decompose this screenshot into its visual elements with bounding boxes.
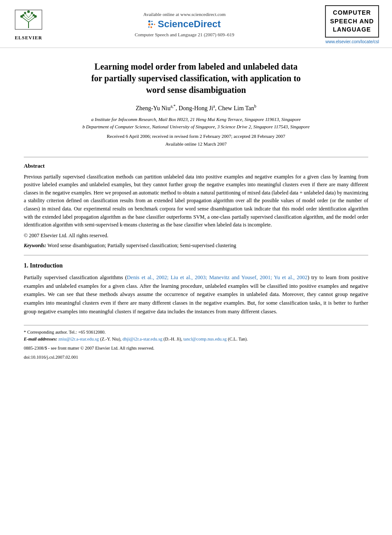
email1-name: (Z.-Y. Niu), bbox=[99, 337, 123, 341]
doi-line: doi:10.1016/j.csl.2007.02.001 bbox=[24, 354, 368, 361]
svg-line-6 bbox=[25, 13, 29, 18]
copyright-notice: © 2007 Elsevier Ltd. All rights reserved… bbox=[24, 232, 368, 239]
keywords-content: Word sense disambiguation; Partially sup… bbox=[46, 242, 236, 248]
email-3-link[interactable]: tancl@comp.nus.edu.sg bbox=[183, 337, 226, 341]
abstract-heading: Abstract bbox=[24, 162, 368, 169]
header: ELSEVIER Available online at www.science… bbox=[0, 0, 392, 48]
sciencedirect-area: Available online at www.sciencedirect.co… bbox=[44, 12, 325, 37]
author-tan: , Chew Lim Tan bbox=[215, 105, 255, 111]
authors-line: Zheng-Yu Niua,*, Dong-Hong Jia, Chew Lim… bbox=[24, 104, 368, 112]
author-tan-sup: b bbox=[254, 104, 256, 108]
corresponding-author-note: * Corresponding author. Tel.: +65 936120… bbox=[24, 329, 368, 336]
sciencedirect-logo: ScienceDirect bbox=[148, 19, 221, 30]
abstract-text-content: Previous partially supervised classifica… bbox=[24, 174, 368, 228]
journal-box-area: COMPUTER SPEECH AND LANGUAGE www.elsevie… bbox=[325, 5, 379, 44]
paper-title: Learning model order from labeled and un… bbox=[24, 61, 368, 96]
svg-point-14 bbox=[27, 10, 30, 13]
affiliation-b: b Department of Computer Science, Nation… bbox=[24, 123, 368, 131]
email-addresses-line: E-mail addresses: zniu@i2r.a-star.edu.sg… bbox=[24, 336, 368, 343]
journal-reference: Computer Speech and Language 21 (2007) 6… bbox=[135, 32, 234, 37]
abstract-body: Previous partially supervised classifica… bbox=[24, 173, 368, 229]
journal-website: www.elsevier.com/locate/csl bbox=[325, 39, 379, 44]
intro-references-link[interactable]: Denis et al., 2002; Liu et al., 2003; Ma… bbox=[127, 274, 308, 280]
received-date: Received 6 April 2006; received in revis… bbox=[24, 133, 368, 140]
issn-line: 0885-2308/$ - see front matter © 2007 El… bbox=[24, 345, 368, 352]
svg-point-10 bbox=[22, 14, 25, 16]
title-line3: word sense disambiguation bbox=[24, 84, 368, 96]
sciencedirect-brand: ScienceDirect bbox=[158, 19, 221, 30]
svg-line-7 bbox=[29, 13, 32, 18]
section-1-heading: 1. Introduction bbox=[24, 262, 368, 269]
keywords-label: Keywords: bbox=[24, 242, 46, 248]
author-ji: , Dong-Hong Ji bbox=[175, 105, 213, 111]
title-line1: Learning model order from labeled and un… bbox=[24, 61, 368, 73]
keywords-line: Keywords: Word sense disambiguation; Par… bbox=[24, 242, 368, 249]
sd-dots-icon bbox=[148, 20, 155, 28]
elsevier-logo-icon bbox=[13, 9, 44, 34]
intro-paragraph-1: Partially supervised classification algo… bbox=[24, 274, 368, 316]
author-niu: Zheng-Yu Niu bbox=[136, 105, 171, 111]
journal-title-line3: LANGUAGE bbox=[330, 25, 374, 34]
email-label: E-mail addresses: bbox=[24, 337, 57, 341]
submission-dates: Received 6 April 2006; received in revis… bbox=[24, 133, 368, 148]
svg-point-11 bbox=[33, 14, 35, 16]
elsevier-logo-area: ELSEVIER bbox=[13, 9, 44, 40]
title-line2: for partially supervised classification,… bbox=[24, 73, 368, 84]
svg-line-2 bbox=[22, 17, 29, 22]
svg-line-3 bbox=[29, 17, 35, 22]
main-content: Learning model order from labeled and un… bbox=[0, 48, 392, 370]
intro-text-before-refs: Partially supervised classification algo… bbox=[24, 274, 127, 280]
email-2-link[interactable]: dhji@i2r.a-star.edu.sg bbox=[123, 337, 163, 341]
svg-point-12 bbox=[24, 12, 26, 14]
journal-title-line1: COMPUTER bbox=[330, 9, 374, 17]
divider-top bbox=[24, 157, 368, 157]
svg-line-4 bbox=[23, 16, 29, 20]
journal-title-box: COMPUTER SPEECH AND LANGUAGE bbox=[325, 5, 379, 38]
page: ELSEVIER Available online at www.science… bbox=[0, 0, 392, 535]
divider-bottom bbox=[24, 255, 368, 255]
journal-title-line2: SPEECH AND bbox=[330, 17, 374, 26]
svg-point-13 bbox=[31, 12, 33, 14]
affiliation-a: a Institute for Infocomm Research, Mail … bbox=[24, 116, 368, 123]
available-online-text: Available online at www.sciencedirect.co… bbox=[143, 12, 226, 17]
email2-name: (D.-H. Ji), bbox=[163, 337, 183, 341]
email3-name: (C.L. Tan). bbox=[227, 337, 248, 341]
svg-line-5 bbox=[29, 16, 34, 20]
available-date: Available online 12 March 2007 bbox=[24, 140, 368, 148]
author-niu-sup: a,* bbox=[170, 104, 175, 108]
email-1-link[interactable]: zniu@i2r.a-star.edu.sg bbox=[58, 337, 99, 341]
introduction-section: 1. Introduction Partially supervised cla… bbox=[24, 262, 368, 316]
elsevier-label: ELSEVIER bbox=[15, 35, 42, 40]
abstract-section: Abstract Previous partially supervised c… bbox=[24, 162, 368, 249]
footer-notes: * Corresponding author. Tel.: +65 936120… bbox=[24, 325, 368, 361]
affiliations: a Institute for Infocomm Research, Mail … bbox=[24, 116, 368, 130]
